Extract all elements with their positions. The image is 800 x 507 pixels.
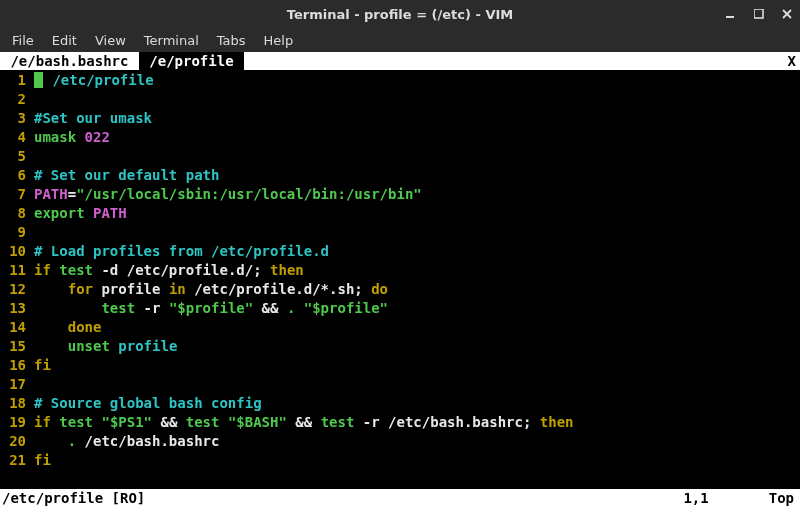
lineno: 7 [0, 185, 28, 204]
terminal-window: Terminal - profile = (/etc) - VIM File E… [0, 0, 800, 507]
lineno: 6 [0, 166, 28, 185]
line-12: 12 for profile in /etc/profile.d/*.sh; d… [0, 280, 800, 299]
vim-statusbar: /etc/profile [RO] 1,1 Top [0, 489, 800, 507]
editor-area[interactable]: 1 /etc/profile 2 3 #Set our umask 4 umas… [0, 70, 800, 489]
lineno: 11 [0, 261, 28, 280]
line-17: 17 [0, 375, 800, 394]
menubar: File Edit View Terminal Tabs Help [0, 28, 800, 52]
menu-help[interactable]: Help [256, 31, 302, 50]
status-position: 1,1 [683, 489, 768, 507]
lineno: 18 [0, 394, 28, 413]
lineno: 14 [0, 318, 28, 337]
line-6: 6 # Set our default path [0, 166, 800, 185]
line-18: 18 # Source global bash config [0, 394, 800, 413]
line-2: 2 [0, 90, 800, 109]
comment: #Set our umask [28, 109, 152, 128]
lineno: 1 [0, 71, 28, 90]
close-icon[interactable] [780, 7, 794, 21]
lineno: 13 [0, 299, 28, 318]
line-4: 4 umask 022 [0, 128, 800, 147]
line-15: 15 unset profile [0, 337, 800, 356]
menu-file[interactable]: File [4, 31, 42, 50]
svg-rect-0 [726, 16, 734, 18]
line-5: 5 [0, 147, 800, 166]
lineno: 4 [0, 128, 28, 147]
line-19: 19 if test "$PS1" && test "$BASH" && tes… [0, 413, 800, 432]
lineno: 12 [0, 280, 28, 299]
window-title: Terminal - profile = (/etc) - VIM [287, 7, 513, 22]
lineno: 5 [0, 147, 28, 166]
line-13: 13 test -r "$profile" && . "$profile" [0, 299, 800, 318]
status-scroll: Top [769, 489, 798, 507]
line-11: 11 if test -d /etc/profile.d/; then [0, 261, 800, 280]
maximize-icon[interactable] [752, 7, 766, 21]
lineno: 10 [0, 242, 28, 261]
lineno: 20 [0, 432, 28, 451]
line-9: 9 [0, 223, 800, 242]
window-controls [724, 0, 794, 28]
tab-profile[interactable]: /e/profile [139, 52, 244, 70]
lineno: 17 [0, 375, 28, 394]
lineno: 2 [0, 90, 28, 109]
minimize-icon[interactable] [724, 7, 738, 21]
line-8: 8 export PATH [0, 204, 800, 223]
titlebar: Terminal - profile = (/etc) - VIM [0, 0, 800, 28]
line-1: 1 /etc/profile [0, 71, 800, 90]
line-20: 20 . /etc/bash.bashrc [0, 432, 800, 451]
comment: # Load profiles from /etc/profile.d [28, 242, 329, 261]
lineno: 21 [0, 451, 28, 470]
tab-bashrc[interactable]: /e/bash.bashrc [0, 52, 139, 70]
lineno: 19 [0, 413, 28, 432]
lineno: 8 [0, 204, 28, 223]
menu-tabs[interactable]: Tabs [209, 31, 254, 50]
lineno: 15 [0, 337, 28, 356]
line-14: 14 done [0, 318, 800, 337]
svg-rect-1 [754, 9, 763, 18]
menu-edit[interactable]: Edit [44, 31, 85, 50]
cursor-icon [34, 72, 43, 88]
menu-view[interactable]: View [87, 31, 134, 50]
tab-fill [244, 52, 784, 70]
line-16: 16 fi [0, 356, 800, 375]
comment: # Source global bash config [28, 394, 262, 413]
menu-terminal[interactable]: Terminal [136, 31, 207, 50]
line-21: 21 fi [0, 451, 800, 470]
line-3: 3 #Set our umask [0, 109, 800, 128]
comment: # Set our default path [28, 166, 219, 185]
line-10: 10 # Load profiles from /etc/profile.d [0, 242, 800, 261]
lineno: 16 [0, 356, 28, 375]
tab-close-icon[interactable]: X [784, 52, 800, 70]
status-file: /etc/profile [RO] [2, 489, 683, 507]
vim-tabline: /e/bash.bashrc /e/profile X [0, 52, 800, 70]
lineno: 3 [0, 109, 28, 128]
line-7: 7 PATH="/usr/local/sbin:/usr/local/bin:/… [0, 185, 800, 204]
lineno: 9 [0, 223, 28, 242]
